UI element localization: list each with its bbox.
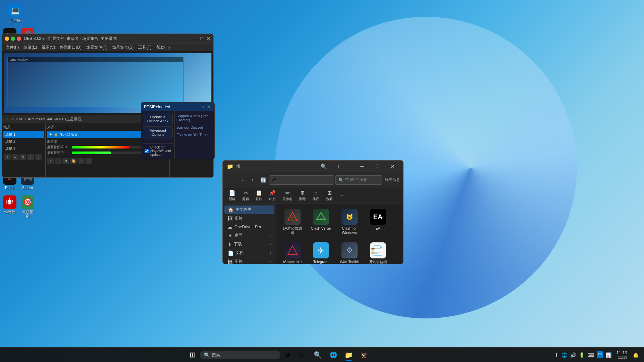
ribbon-new-btn[interactable]: 📄 新建 (226, 188, 238, 203)
ribbon-delete-btn[interactable]: 🗑 删除 (297, 189, 309, 203)
file-up-btn[interactable]: ↑ (248, 175, 257, 185)
rts-checkbox-input[interactable] (145, 149, 149, 153)
rts-discord-link[interactable]: Join our Discord (176, 124, 213, 130)
ribbon-cut-btn[interactable]: ✂ 剪切 (239, 188, 252, 203)
sidebar-item-desktop[interactable]: 🖥 桌面 › (224, 231, 274, 240)
file-search-panel-btn[interactable]: 🔍 (317, 162, 330, 171)
obs-close-btn[interactable] (17, 37, 21, 41)
ribbon-sort-btn[interactable]: ↕ 排序 (310, 189, 322, 203)
system-clock[interactable]: 11:19 11/19 (614, 349, 629, 361)
file-search-box[interactable]: 🔍 在 堆 中搜索 (335, 175, 382, 185)
obs-menu-view[interactable]: 视图(V) (40, 44, 57, 51)
tray-expand-btn[interactable]: ⬆ (554, 352, 559, 358)
sidebar-desktop-expand[interactable]: › (270, 234, 271, 237)
obs-scene-settings-btn[interactable]: ⚙ (19, 154, 26, 160)
obs-add-source-btn[interactable]: + (47, 158, 54, 164)
file-item-rsapex[interactable]: rSapex.exe (280, 240, 305, 264)
obs-menu-edit[interactable]: 编辑(E) (21, 44, 39, 51)
taskbar-app-files[interactable]: 🗂 (295, 348, 310, 362)
obs-menu-sceneset[interactable]: 场景集合(S) (110, 44, 136, 51)
file-item-watt[interactable]: ⚙ Watt Toolkit (337, 240, 362, 264)
rts-max-btn[interactable]: □ (200, 105, 205, 109)
task-view-btn[interactable]: ⧉ (281, 348, 294, 362)
obs-source-visible-icon[interactable]: 👁 (49, 133, 52, 136)
desktop-icon-spiderman[interactable]: 🕷 蜘蛛侠 (2, 194, 18, 220)
ribbon-copy-btn[interactable]: 📋 复制 (253, 188, 265, 203)
file-address-bar[interactable]: 堆 (269, 175, 334, 185)
start-button[interactable]: ⊞ (186, 348, 199, 362)
file-max-btn[interactable]: □ (371, 162, 384, 171)
ribbon-paste-btn[interactable]: 📌 粘贴 (266, 188, 278, 203)
obs-menu-help[interactable]: 帮助(H) (154, 44, 172, 51)
obs-scene-3[interactable]: 场景 3 (3, 145, 44, 152)
taskbar-app-edge[interactable]: 🌐 (326, 348, 341, 362)
file-item-tencent[interactable]: 📄 腾讯公益组器 (365, 240, 390, 264)
tray-volume-icon[interactable]: 🔊 (570, 352, 577, 358)
obs-x-icon[interactable]: ✕ (207, 36, 211, 42)
sidebar-downloads-expand[interactable]: › (270, 242, 271, 246)
obs-scene-2[interactable]: 场景 2 (3, 138, 44, 145)
obs-source-settings-btn[interactable]: ⚙ (62, 158, 69, 164)
rts-checkbox-area[interactable]: Check for playtest/event updates (143, 143, 173, 158)
rts-update-btn[interactable]: Update & Launch Apex (143, 113, 173, 125)
tray-battery-icon[interactable]: 🔋 (578, 352, 585, 358)
sidebar-item-home[interactable]: 🏠 主文件夹 (224, 205, 274, 214)
notification-btn[interactable]: 🔔 (631, 348, 641, 362)
tray-ime-icon[interactable]: 中 (597, 351, 603, 358)
obs-del-source-btn[interactable]: − (55, 158, 61, 164)
file-close-btn[interactable]: ✕ (386, 162, 399, 171)
obs-menu-scenefile[interactable]: 场景文件(F) (84, 44, 109, 51)
file-new-tab-btn[interactable]: + (332, 162, 345, 171)
file-item-clash-verge[interactable]: Clash Verge (308, 207, 333, 237)
file-item-clash-windows[interactable]: 🐱 Clash for Windows (337, 207, 362, 237)
obs-min-icon[interactable]: ─ (193, 36, 197, 42)
file-details-label[interactable]: 详细信息 (385, 177, 400, 182)
file-item-1a-apex[interactable]: A 1A游公益源器 (280, 207, 305, 237)
rts-min-btn[interactable]: ─ (194, 105, 199, 109)
file-item-ea[interactable]: EA EA (365, 207, 390, 237)
ribbon-rename-btn[interactable]: ✏ 重命名 (280, 188, 295, 203)
obs-scene-up-btn[interactable]: ↑ (27, 154, 34, 160)
taskbar-app-folder[interactable]: 📁 (341, 348, 356, 362)
tray-keyboard-icon[interactable]: ⌨ (587, 352, 595, 358)
obs-scene-down-btn[interactable]: ↓ (35, 154, 42, 160)
sidebar-item-pictures[interactable]: 🖼 图片 (224, 214, 274, 223)
obs-maximize-btn[interactable] (11, 37, 15, 41)
file-forward-btn[interactable]: → (237, 175, 246, 185)
sidebar-item-downloads[interactable]: ⬇ 下载 › (224, 240, 274, 248)
sidebar-item-documents[interactable]: 📄 文档 › (224, 249, 274, 257)
obs-source-up-btn[interactable]: ↑ (78, 158, 85, 164)
tray-network-icon[interactable]: 🌐 (561, 352, 568, 358)
taskbar-search-bar[interactable]: 🔍 搜索 (200, 351, 280, 359)
sidebar-item-onedrive[interactable]: ☁ OneDrive - Per (224, 223, 274, 231)
sidebar-item-pics[interactable]: 🖼 图片 › (224, 257, 274, 264)
sidebar-documents-expand[interactable]: › (270, 251, 271, 255)
taskbar-app-eagle[interactable]: 🦅 (357, 348, 372, 362)
obs-add-scene-btn[interactable]: + (4, 154, 11, 160)
rts-close-btn[interactable]: ✕ (206, 105, 212, 109)
rts-youtube-link[interactable]: Follow on YouTube (176, 132, 213, 138)
obs-menu-file[interactable]: 文件(F) (4, 44, 21, 51)
obs-del-scene-btn[interactable]: − (12, 154, 18, 160)
rts-support-link[interactable]: Support Amen (The Creator) (176, 113, 213, 123)
obs-menu-dock[interactable]: 停靠窗口(D) (58, 44, 84, 51)
file-refresh-btn[interactable]: 🔄 (258, 175, 268, 185)
obs-scene-1[interactable]: 场景 1 (3, 131, 44, 138)
desktop-icon-this-pc[interactable]: 💻 此电脑 (2, 3, 29, 24)
rts-advanced-btn[interactable]: Advanced Options (143, 126, 173, 138)
obs-max-icon[interactable]: □ (201, 36, 203, 42)
ribbon-more-btn[interactable]: ··· (337, 191, 346, 200)
file-back-btn[interactable]: ← (226, 175, 235, 185)
obs-minimize-btn[interactable] (5, 37, 9, 41)
obs-source-filter-btn[interactable]: 🎨 (70, 158, 77, 164)
sidebar-pics-expand[interactable]: › (270, 260, 271, 263)
file-min-btn[interactable]: ─ (356, 162, 369, 171)
ribbon-view-btn[interactable]: ⊞ 查看 (323, 188, 335, 203)
sidebar-onedrive-icon: ☁ (228, 224, 232, 230)
tray-taskbar-icon[interactable]: 📊 (605, 352, 612, 358)
desktop-icon-crazy-game[interactable]: 🎯 疯狂星期 (19, 194, 36, 220)
taskbar-app-search[interactable]: 🔍 (311, 348, 325, 362)
file-item-telegram[interactable]: ✈ Telegram (308, 240, 333, 264)
obs-menu-tools[interactable]: 工具(T) (136, 44, 153, 51)
obs-source-down-btn[interactable]: ↓ (86, 158, 92, 164)
